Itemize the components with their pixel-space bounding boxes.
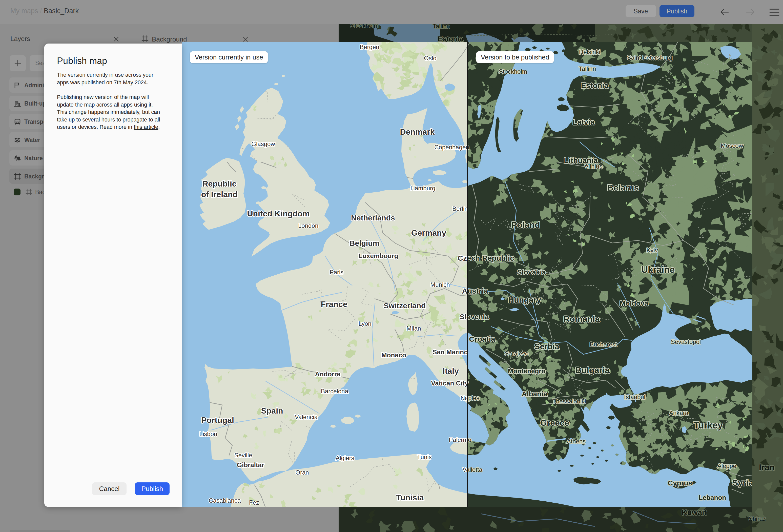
- svg-text:Algiers: Algiers: [336, 455, 354, 461]
- svg-text:Stockholm: Stockholm: [350, 24, 379, 29]
- svg-text:Poland: Poland: [511, 220, 540, 229]
- svg-text:Slovakia: Slovakia: [517, 268, 546, 276]
- svg-text:Estonia: Estonia: [438, 35, 463, 43]
- svg-text:Sarajevo: Sarajevo: [505, 350, 529, 357]
- svg-text:Turkey: Turkey: [693, 420, 722, 431]
- svg-text:Kuwait: Kuwait: [682, 508, 707, 517]
- svg-text:Serbia: Serbia: [534, 342, 559, 351]
- svg-text:Denmark: Denmark: [400, 127, 435, 136]
- svg-text:Casablanca: Casablanca: [209, 497, 241, 504]
- svg-text:of Ireland: of Ireland: [201, 190, 238, 199]
- svg-text:Istanbul: Istanbul: [624, 394, 645, 400]
- svg-text:Kyiv: Kyiv: [646, 247, 658, 254]
- svg-text:Aleppo: Aleppo: [717, 462, 737, 469]
- svg-text:London: London: [298, 222, 318, 229]
- svg-text:Tunisia: Tunisia: [396, 493, 424, 502]
- svg-text:Greece: Greece: [540, 418, 569, 428]
- svg-text:Sevastopol: Sevastopol: [671, 338, 701, 345]
- svg-text:Berlin: Berlin: [452, 205, 468, 212]
- svg-text:Croatia: Croatia: [469, 335, 495, 343]
- svg-text:Thessaloniki: Thessaloniki: [552, 398, 586, 405]
- svg-text:Moscow: Moscow: [721, 142, 743, 149]
- svg-text:Shiraz: Shiraz: [749, 515, 766, 522]
- svg-text:Romania: Romania: [563, 314, 600, 324]
- svg-text:Belarus: Belarus: [607, 183, 639, 192]
- svg-text:Monaco: Monaco: [381, 351, 406, 359]
- svg-text:Andorra: Andorra: [315, 370, 341, 378]
- svg-text:Hamburg: Hamburg: [410, 185, 436, 192]
- svg-text:Spain: Spain: [261, 406, 283, 415]
- svg-text:Gibraltar: Gibraltar: [237, 461, 264, 469]
- svg-text:Oslo: Oslo: [424, 55, 436, 62]
- svg-text:Portugal: Portugal: [201, 415, 234, 425]
- svg-text:Glasgow: Glasgow: [251, 140, 275, 147]
- svg-text:Ukraine: Ukraine: [641, 264, 675, 275]
- svg-text:Milan: Milan: [406, 325, 421, 332]
- svg-text:Bergen: Bergen: [359, 43, 379, 50]
- svg-text:Montenegro: Montenegro: [508, 367, 545, 375]
- svg-text:France: France: [321, 300, 347, 309]
- svg-text:Saint Petersburg: Saint Petersburg: [627, 54, 672, 61]
- svg-text:Munich: Munich: [430, 281, 450, 288]
- svg-text:Valencia: Valencia: [295, 413, 318, 420]
- svg-text:Bulgaria: Bulgaria: [575, 365, 610, 375]
- svg-text:Copenhagen: Copenhagen: [434, 144, 469, 151]
- svg-text:Iran: Iran: [759, 462, 775, 472]
- svg-text:Stockholm: Stockholm: [499, 68, 527, 75]
- svg-text:Luxembourg: Luxembourg: [358, 252, 398, 260]
- svg-text:Ankara: Ankara: [669, 409, 689, 416]
- svg-text:Fez: Fez: [249, 499, 259, 506]
- svg-text:Republic: Republic: [202, 179, 237, 188]
- svg-text:Athens: Athens: [567, 438, 586, 445]
- svg-text:Vatican City: Vatican City: [431, 379, 468, 387]
- svg-text:Italy: Italy: [443, 367, 459, 376]
- svg-text:Estonia: Estonia: [581, 81, 608, 90]
- svg-text:Tunis: Tunis: [417, 453, 432, 460]
- svg-text:Albania: Albania: [522, 390, 547, 398]
- svg-text:United Kingdom: United Kingdom: [247, 209, 310, 218]
- svg-text:Barcelona: Barcelona: [321, 388, 348, 395]
- svg-text:Tallinn: Tallinn: [579, 65, 596, 72]
- svg-text:Helsinki: Helsinki: [579, 49, 600, 56]
- svg-text:Netherlands: Netherlands: [351, 214, 395, 222]
- svg-text:Seville: Seville: [234, 452, 252, 459]
- svg-text:Lisbon: Lisbon: [199, 431, 217, 437]
- svg-text:Hungary: Hungary: [508, 295, 541, 305]
- svg-text:Latvia: Latvia: [573, 118, 595, 126]
- svg-text:Paris: Paris: [330, 269, 344, 276]
- svg-text:Lebanon: Lebanon: [699, 494, 726, 501]
- svg-text:Tallinn: Tallinn: [433, 24, 450, 30]
- svg-text:Cyprus: Cyprus: [668, 479, 692, 487]
- svg-text:Vilnius: Vilnius: [585, 163, 602, 170]
- svg-text:Oran: Oran: [295, 469, 309, 476]
- svg-text:Lyon: Lyon: [358, 320, 371, 327]
- svg-text:Syria: Syria: [732, 478, 752, 488]
- svg-text:Switzerland: Switzerland: [384, 302, 426, 310]
- svg-text:San Marino: San Marino: [433, 348, 468, 356]
- svg-text:Moldova: Moldova: [620, 300, 648, 307]
- svg-text:Belgium: Belgium: [349, 239, 379, 247]
- svg-text:Bucharest: Bucharest: [590, 341, 617, 348]
- svg-text:Germany: Germany: [411, 228, 446, 238]
